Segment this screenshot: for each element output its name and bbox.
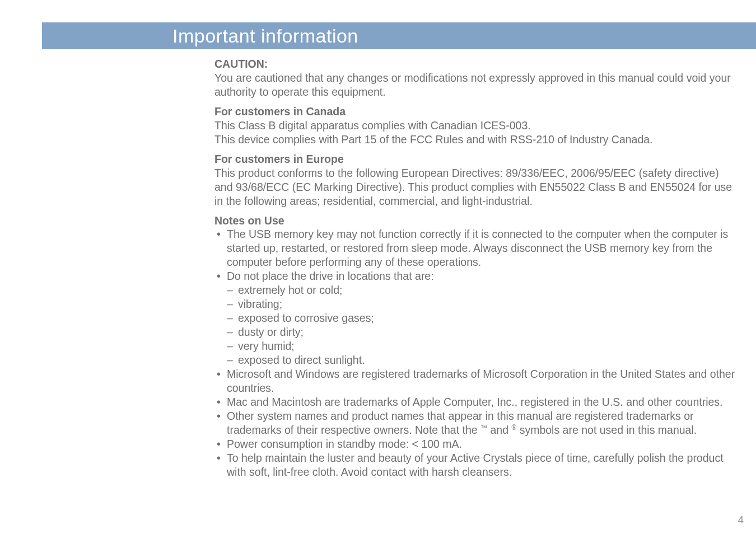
list-item: To help maintain the luster and beauty o… [214,451,739,479]
note-locations-intro: Do not place the drive in locations that… [227,270,434,282]
caution-section: CAUTION: You are cautioned that any chan… [214,57,739,99]
canada-line2: This device complies with Part 15 of the… [214,133,739,147]
list-item: exposed to direct sunlight. [227,353,739,367]
tm-symbol: ™ [480,423,487,431]
loc-corrosive: exposed to corrosive gases; [238,312,374,324]
loc-sunlight: exposed to direct sunlight. [238,354,365,366]
loc-hot: extremely hot or cold; [238,284,342,296]
notes-section: Notes on Use The USB memory key may not … [214,214,739,479]
note-polish: To help maintain the luster and beauty o… [227,452,724,478]
list-item: extremely hot or cold; [227,283,739,297]
page-frame: Important information CAUTION: You are c… [42,22,756,534]
reg-symbol: ® [511,423,516,431]
page-number: 4 [738,514,744,526]
notes-heading: Notes on Use [214,214,739,228]
list-item: exposed to corrosive gases; [227,311,739,325]
title-bar-accent [42,22,172,49]
list-item: Do not place the drive in locations that… [214,269,739,367]
title-bar-main: Important information [172,22,756,49]
note-usb: The USB memory key may not function corr… [227,228,728,268]
caution-text: You are cautioned that any changes or mo… [214,71,739,99]
note-microsoft: Microsoft and Windows are registered tra… [227,368,735,394]
caution-heading: CAUTION: [214,57,739,71]
loc-dusty: dusty or dirty; [238,326,304,338]
locations-list: extremely hot or cold; vibrating; expose… [227,283,739,367]
canada-section: For customers in Canada This Class B dig… [214,105,739,147]
list-item: Microsoft and Windows are registered tra… [214,367,739,395]
list-item: The USB memory key may not function corr… [214,227,739,269]
title-bar: Important information [42,22,756,49]
note-mac: Mac and Macintosh are trademarks of Appl… [227,396,723,408]
notes-list: The USB memory key may not function corr… [214,227,739,479]
list-item: vibrating; [227,297,739,311]
list-item: Other system names and product names tha… [214,409,739,437]
list-item: dusty or dirty; [227,325,739,339]
canada-line1: This Class B digital apparatus complies … [214,119,739,133]
loc-vibrating: vibrating; [238,298,282,310]
europe-heading: For customers in Europe [214,152,739,166]
page-title: Important information [172,25,358,47]
list-item: Mac and Macintosh are trademarks of Appl… [214,395,739,409]
list-item: Power consumption in standby mode: < 100… [214,437,739,451]
content-area: CAUTION: You are cautioned that any chan… [214,49,739,479]
europe-section: For customers in Europe This product con… [214,152,739,208]
loc-humid: very humid; [238,340,295,352]
canada-heading: For customers in Canada [214,105,739,119]
list-item: very humid; [227,339,739,353]
note-other-b: and [487,424,511,436]
europe-text: This product conforms to the following E… [214,166,739,208]
note-other-c: symbols are not used in this manual. [516,424,697,436]
note-power: Power consumption in standby mode: < 100… [227,438,462,450]
